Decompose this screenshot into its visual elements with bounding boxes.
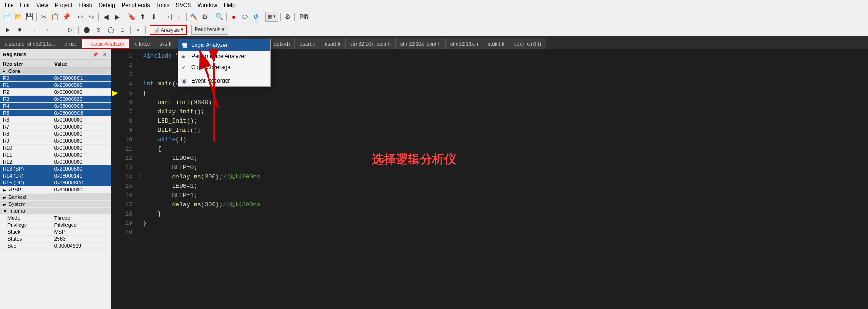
menu-tools[interactable]: Tools <box>154 1 172 9</box>
reg-r12-value: 0x00000000 <box>52 158 111 165</box>
reg-r1-value: 0x20000500 <box>52 82 111 89</box>
code-line-6: uart_init(9600); <box>143 98 864 107</box>
tab-stdint-h[interactable]: stdint.h <box>483 38 509 49</box>
registers-close-btn[interactable]: ✕ <box>101 51 108 58</box>
redo-btn[interactable]: ↪ <box>86 12 97 22</box>
analysis-arrow: ▾ <box>181 26 183 33</box>
disable-bp-btn[interactable]: ⊡ <box>117 25 128 35</box>
code-line-12: LED0=0; <box>143 153 864 163</box>
step-out-btn[interactable]: ↑ <box>53 25 65 35</box>
line-num-9: 9 <box>121 125 135 135</box>
clear-bp-btn[interactable]: ⊘ <box>93 25 104 35</box>
undo-btn[interactable]: ↩ <box>75 12 85 22</box>
reg-r5-value: 0x080009C8 <box>52 110 111 117</box>
registers-pin-btn[interactable]: 📌 <box>91 51 99 58</box>
table-row: R9 0x00000000 <box>0 138 111 145</box>
dropdown-logic-analyzer[interactable]: ▦ Logic Analyzer <box>178 39 270 51</box>
code-line-16: BEEP=1; <box>143 191 864 200</box>
menu-svcs[interactable]: SVCS <box>173 1 194 9</box>
tab-usart-h[interactable]: usart.h <box>320 38 346 49</box>
menu-view[interactable]: View <box>33 1 51 9</box>
run-to-cursor-btn[interactable]: ▷| <box>65 25 77 35</box>
reg-xpsr-value: 0x61000000 <box>52 186 111 193</box>
dropdown-code-coverage[interactable]: ✓ Code Coverage <box>178 62 270 73</box>
tab-core-h[interactable]: core_cm3.h <box>509 38 546 49</box>
code-content[interactable]: #include "stm32f10x.h" int main(void) { … <box>139 49 868 309</box>
line-num-4: 4 <box>121 79 135 88</box>
forward-btn[interactable]: ▶ <box>112 12 122 22</box>
new-file-btn[interactable]: 📄 <box>2 12 12 22</box>
menu-project[interactable]: Project <box>52 1 75 9</box>
core-expand-arrow: ▼ <box>2 69 6 74</box>
peripherals-btn[interactable]: Peripherals ▾ <box>191 25 228 35</box>
tab-conf-h[interactable]: stm32f10x_conf.h <box>396 38 446 49</box>
sidebar-header-icons: 📌 ✕ <box>91 51 108 58</box>
outdent-btn[interactable]: |← <box>174 12 184 22</box>
indent-btn[interactable]: →| <box>163 12 173 22</box>
show-next-btn[interactable]: ⌖ <box>132 25 144 35</box>
sep9 <box>263 13 263 21</box>
copy-btn[interactable]: 📋 <box>50 12 60 22</box>
cut-btn[interactable]: ✂ <box>39 12 49 22</box>
reg-xpsr-name: ▶ xPSR <box>0 186 52 194</box>
line-num-19: 19 <box>121 218 135 228</box>
debug-stop2-btn[interactable]: ■ <box>14 25 25 35</box>
tab-logic-analyzer[interactable]: ≡ Logic Analyzer <box>81 38 130 49</box>
menu-help[interactable]: Help <box>221 1 238 9</box>
dropdown-performance-analyzer[interactable]: ≡ Performance Analyzer <box>178 51 270 62</box>
dropdown-event-recorder[interactable]: ◉ Event Recorder <box>178 75 270 86</box>
prev-bookmark-btn[interactable]: ⬆ <box>137 12 148 22</box>
performance-icon: ≡ <box>181 53 185 60</box>
next-bookmark-btn[interactable]: ⬇ <box>149 12 159 22</box>
tab-area: s startup_stm32f10x... c nd. ≡ Logic Ana… <box>0 36 868 49</box>
step-into-btn[interactable]: ↓ <box>29 25 40 35</box>
menu-debug[interactable]: Debug <box>96 1 118 9</box>
tab-stm32-h[interactable]: stm32f10x.h <box>446 38 483 49</box>
logic-analyzer-icon: ▦ <box>181 41 187 49</box>
sep11 <box>294 13 295 21</box>
tab-sys-h[interactable]: sys.h <box>155 38 177 49</box>
tab-usart-c[interactable]: usart.c <box>295 38 320 49</box>
debug-start-btn[interactable]: ● <box>228 12 239 22</box>
line-num-8: 8 <box>121 116 135 125</box>
search-btn[interactable]: 🔍 <box>214 12 224 22</box>
settings-btn[interactable]: ⚙ <box>282 12 293 22</box>
bookmark-btn[interactable]: 🔖 <box>126 12 137 22</box>
tab-led-c[interactable]: c led.c <box>130 38 155 49</box>
tab-led-c-icon: c <box>135 41 137 46</box>
breakpoint-btn[interactable]: ⬤ <box>81 25 92 35</box>
reg-r2-name: R2 <box>0 89 52 96</box>
open-file-btn[interactable]: 📂 <box>13 12 23 22</box>
menu-flash[interactable]: Flash <box>76 1 95 9</box>
analysis-btn[interactable]: 📊 Analysis ▾ <box>150 25 187 35</box>
tab-delay-h[interactable]: delay.h <box>269 38 295 49</box>
tab-nd[interactable]: c nd. <box>60 38 81 49</box>
dropdown-cov-label: Code Coverage <box>191 64 230 71</box>
save-btn[interactable]: 💾 <box>24 12 34 22</box>
batch-btn[interactable]: ⚙ <box>200 12 210 22</box>
code-line-19: } <box>143 218 864 228</box>
tab-usart-h-label: usart.h <box>325 41 340 46</box>
tab-gpio-h-label: stm32f10x_gpio.h <box>350 41 391 46</box>
menu-file[interactable]: File <box>2 1 16 9</box>
step-over-btn[interactable]: → <box>41 25 52 35</box>
debug-stop-btn[interactable]: ⬭ <box>240 12 250 22</box>
menu-edit[interactable]: Edit <box>17 1 33 9</box>
pin-btn[interactable]: PIN <box>297 13 312 21</box>
line-num-1: 1 <box>121 51 135 60</box>
core-label: Core <box>8 68 20 74</box>
display-combo[interactable]: ▦ ▾ <box>265 12 278 22</box>
tab-startup[interactable]: s startup_stm32f10x... <box>0 38 60 49</box>
back-btn[interactable]: ◀ <box>101 12 111 22</box>
code-line-17: delay_ms(300);//延时300ms <box>143 200 864 209</box>
registers-scroll[interactable]: Register Value ▼ Core R0 0x080008C1 <box>0 60 111 309</box>
build-btn[interactable]: 🔨 <box>189 12 199 22</box>
tab-gpio-h[interactable]: stm32f10x_gpio.h <box>346 38 396 49</box>
internal-section-header: ▼ Internal <box>0 207 111 214</box>
menu-peripherals[interactable]: Peripherals <box>119 1 153 9</box>
enable-bp-btn[interactable]: ◯ <box>105 25 116 35</box>
paste-btn[interactable]: 📌 <box>61 12 71 22</box>
debug-run-btn[interactable]: ▶ <box>2 25 13 35</box>
debug-reset-btn[interactable]: ↺ <box>251 12 261 22</box>
menu-window[interactable]: Window <box>195 1 220 9</box>
